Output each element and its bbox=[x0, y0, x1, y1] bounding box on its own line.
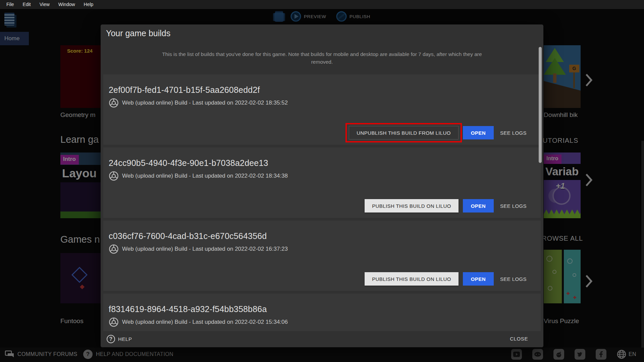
build-row: f8314619-8964-4518-a932-f54bb358b86a Web… bbox=[103, 294, 541, 331]
build-id: c036cf76-7600-4cad-b31c-e670c564356d bbox=[109, 231, 529, 241]
see-logs-button[interactable]: SEE LOGS bbox=[498, 199, 529, 213]
open-build-button[interactable]: OPEN bbox=[463, 126, 494, 139]
app-window: File Edit View Window Help PREVIEW PUBLI… bbox=[0, 0, 644, 362]
build-meta: Web (upload online) Build - Last updated… bbox=[122, 246, 288, 252]
chrome-web-icon bbox=[109, 317, 119, 327]
build-id: 2ef00f7b-fed1-4701-b15f-5aa2608edd2f bbox=[109, 85, 529, 95]
build-row: c036cf76-7600-4cad-b31c-e670c564356d Web… bbox=[103, 221, 541, 291]
description-line1: This is the list of builds that you've d… bbox=[162, 51, 482, 57]
help-label: HELP bbox=[118, 336, 132, 342]
build-list: 2ef00f7b-fed1-4701-b15f-5aa2608edd2f Web… bbox=[103, 74, 541, 331]
unpublish-label: UNPUBLISH THIS BUILD FROM LILUO bbox=[357, 130, 451, 136]
help-button[interactable]: ? HELP bbox=[107, 335, 132, 343]
build-meta: Web (upload online) Build - Last updated… bbox=[122, 100, 288, 106]
game-builds-dialog: Your game builds This is the list of bui… bbox=[101, 24, 543, 347]
open-build-button[interactable]: OPEN bbox=[463, 199, 494, 213]
chrome-web-icon bbox=[109, 244, 119, 254]
build-id: 24cc90b5-4940-4f3e-90e1-b7038a2dee13 bbox=[109, 158, 529, 168]
dialog-description: This is the list of builds that you've d… bbox=[117, 50, 527, 66]
publish-build-button[interactable]: PUBLISH THIS BUILD ON LILUO bbox=[365, 199, 459, 213]
build-row: 2ef00f7b-fed1-4701-b15f-5aa2608edd2f Web… bbox=[103, 74, 541, 145]
build-id: f8314619-8964-4518-a932-f54bb358b86a bbox=[109, 304, 529, 314]
chrome-web-icon bbox=[109, 171, 119, 181]
build-meta: Web (upload online) Build - Last updated… bbox=[122, 319, 288, 325]
chrome-web-icon bbox=[109, 98, 119, 108]
dialog-title: Your game builds bbox=[106, 28, 170, 38]
publish-build-button[interactable]: PUBLISH THIS BUILD ON LILUO bbox=[365, 272, 459, 286]
dialog-action-bar: ? HELP CLOSE bbox=[101, 331, 543, 347]
see-logs-button[interactable]: SEE LOGS bbox=[498, 272, 529, 286]
close-button[interactable]: CLOSE bbox=[510, 336, 528, 342]
menu-edit[interactable]: Edit bbox=[18, 0, 35, 9]
build-meta: Web (upload online) Build - Last updated… bbox=[122, 173, 288, 179]
menu-window[interactable]: Window bbox=[54, 0, 79, 9]
unpublish-build-button[interactable]: UNPUBLISH THIS BUILD FROM LILUO bbox=[349, 126, 459, 139]
dialog-scrollbar[interactable] bbox=[539, 47, 542, 163]
open-build-button[interactable]: OPEN bbox=[463, 272, 494, 286]
menu-file[interactable]: File bbox=[2, 0, 18, 9]
help-question-icon: ? bbox=[107, 335, 115, 343]
menu-view[interactable]: View bbox=[35, 0, 54, 9]
build-row: 24cc90b5-4940-4f3e-90e1-b7038a2dee13 Web… bbox=[103, 147, 541, 218]
menu-bar: File Edit View Window Help bbox=[0, 0, 644, 9]
description-line2: removed. bbox=[311, 59, 333, 65]
see-logs-button[interactable]: SEE LOGS bbox=[498, 126, 529, 139]
menu-help[interactable]: Help bbox=[79, 0, 98, 9]
